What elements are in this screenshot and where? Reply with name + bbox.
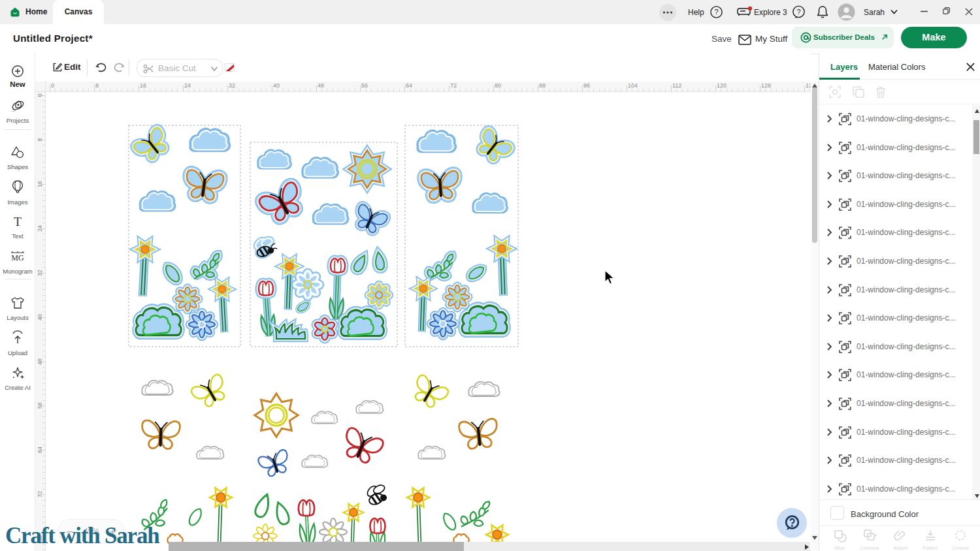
svg-text:?: ?: [714, 8, 718, 16]
svg-text:?: ?: [796, 8, 800, 16]
svg-text:T: T: [14, 215, 22, 228]
svg-text:MG: MG: [11, 253, 24, 262]
